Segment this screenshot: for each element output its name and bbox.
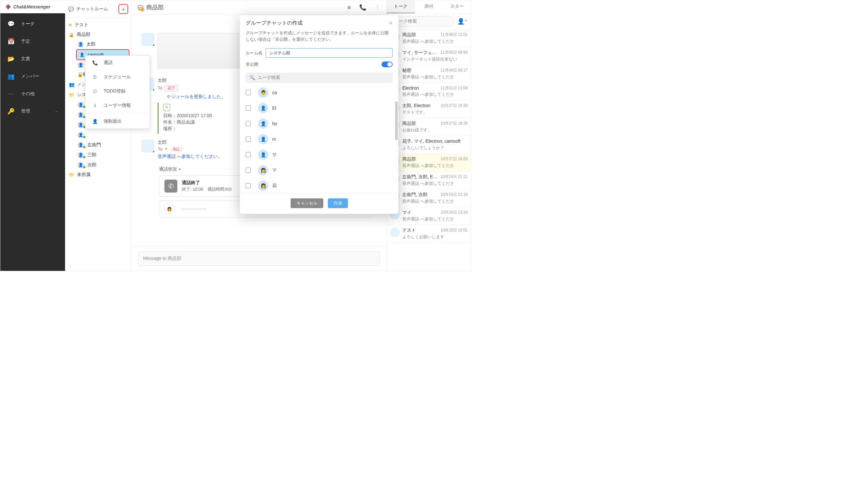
nav-item[interactable]: 👥メンバー	[0, 68, 65, 85]
talk-list-item[interactable]: Electron11月01日 11:08音声通話 へ参加してくださ	[387, 83, 471, 100]
talk-list-item[interactable]: 左衛門, 次郎10月24日 21:19音声通話 へ参加してくださ	[387, 189, 471, 207]
modal-user-list: 👨ca👤El👤ho👤m👤サ👩マ👩花👤左	[240, 85, 398, 192]
avatar: 👤	[258, 134, 268, 144]
create-group-modal: グループチャットの作成 × グループチャットを作成しメッセージを送信できます。ル…	[240, 15, 398, 214]
nav-icon: 📅	[7, 38, 15, 45]
nav-icon: 👥	[7, 73, 15, 80]
talk-list-item[interactable]: テスト10月23日 12:01よろしくお願いします	[387, 225, 471, 243]
user-checkbox[interactable]	[245, 121, 251, 126]
talk-search-row: トーク検索 👤⁺	[387, 14, 471, 30]
modal-user-row[interactable]: 👩マ	[245, 162, 397, 178]
private-toggle[interactable]	[381, 61, 392, 67]
context-menu-item[interactable]: 👤強制退出	[85, 114, 149, 128]
chat-room-title: 商品部	[146, 3, 339, 11]
avatar: 👤	[77, 41, 84, 48]
folder-icon: 📁	[69, 92, 75, 98]
logo-icon	[5, 3, 11, 10]
modal-user-row[interactable]: 👤ho	[245, 116, 397, 132]
member-item[interactable]: 👤	[76, 130, 132, 140]
add-user-icon[interactable]: 👤⁺	[457, 18, 468, 25]
create-button[interactable]: 作成	[328, 198, 348, 208]
user-checkbox[interactable]	[245, 168, 251, 173]
avatar: 👩	[258, 165, 268, 175]
right-tab[interactable]: 添付	[415, 0, 443, 13]
avatar: 👤	[258, 103, 268, 113]
chevron-down-icon: ▾	[179, 167, 181, 171]
context-menu-item[interactable]: 📞通話	[85, 56, 149, 70]
right-tab[interactable]: トーク	[387, 0, 415, 13]
status-dot	[69, 24, 71, 26]
user-checkbox[interactable]	[245, 105, 251, 111]
mention-all: ALL	[171, 147, 183, 152]
folder-item[interactable]: 📁未所属	[65, 170, 132, 180]
avatar: 👩	[258, 181, 268, 191]
avatar: 👩	[164, 204, 175, 215]
nav-item[interactable]: ⋯その他	[0, 85, 65, 103]
talk-list-item[interactable]: 左衛門, 次郎, Electron10月24日 21:21音声通話 へ参加してく…	[387, 171, 471, 189]
more-icon[interactable]: ⋮	[375, 4, 380, 11]
menu-item-icon: 🗓	[91, 75, 99, 80]
avatar: 👤	[77, 132, 84, 138]
context-menu-item[interactable]: ℹユーザー情報	[85, 98, 149, 113]
avatar: 👤	[77, 112, 84, 118]
room-list-header: 💬 チャットルーム ＋	[65, 0, 132, 18]
nav-item[interactable]: 🔑管理→	[0, 103, 65, 120]
user-checkbox[interactable]	[245, 137, 251, 142]
cancel-button[interactable]: キャンセル	[290, 198, 323, 208]
message-composer: Message to 商品部	[132, 246, 386, 271]
talk-list-item[interactable]: 秘密11月04日 00:17音声通話 へ参加してくださ	[387, 65, 471, 83]
room-member-item[interactable]: 👤太郎	[76, 39, 132, 49]
member-item[interactable]: 👤三郎	[76, 150, 132, 160]
avatar	[390, 228, 400, 237]
modal-user-row[interactable]: 👤サ	[245, 147, 397, 162]
room-name-input[interactable]	[266, 48, 392, 58]
edit-icon[interactable]: ✎	[163, 104, 170, 111]
chat-header: 💬 商品部 ■ 📞 ⋮	[132, 0, 386, 15]
scrollbar-thumb[interactable]	[395, 101, 398, 140]
member-item[interactable]: 👤次郎	[76, 160, 132, 170]
talk-list-item[interactable]: 商品部10月27日 16:35お疲れ様です。	[387, 118, 471, 136]
avatar: 👤	[77, 162, 84, 168]
user-checkbox[interactable]	[245, 183, 251, 188]
menu-item-icon: ℹ	[91, 103, 99, 108]
context-menu-item[interactable]: ☑TODO登録	[85, 84, 149, 98]
talk-list-item[interactable]: 商品部10月27日 16:29音声通話 へ参加してくださ	[387, 154, 471, 171]
right-tab[interactable]: スター	[443, 0, 471, 13]
folder-icon: 📁	[69, 172, 75, 177]
chat-bubble-icon: 💬	[68, 7, 74, 12]
nav-item[interactable]: 📂文書	[0, 50, 65, 68]
modal-user-row[interactable]: 👩花	[245, 178, 397, 192]
message-input[interactable]: Message to 商品部	[138, 251, 380, 266]
chat-bubble-icon: 💬	[138, 5, 143, 10]
room-item[interactable]: テスト	[65, 20, 132, 30]
talk-list-item[interactable]: 花子, マイ, Electron, camsoftよろしいでしょうか？	[387, 136, 471, 154]
modal-user-row[interactable]: 👨ca	[245, 85, 397, 100]
mention-chip[interactable]: 花子	[164, 85, 178, 92]
close-icon[interactable]: ×	[389, 20, 392, 26]
voice-call-icon[interactable]: 📞	[359, 4, 366, 11]
avatar: 👨	[258, 87, 268, 98]
context-menu-item[interactable]: 🗓スケジュール	[85, 70, 149, 84]
modal-title: グループチャットの作成	[245, 20, 389, 26]
video-call-icon[interactable]: ■	[347, 4, 351, 11]
user-search-input[interactable]: 🔍 ユーザ検索	[245, 72, 392, 83]
user-checkbox[interactable]	[245, 90, 251, 95]
nav-item[interactable]: 💬トーク	[0, 15, 65, 33]
talk-list-item[interactable]: マイ, サーフェイス11月05日 09:58インターネット接続出来ない	[387, 47, 471, 65]
room-item[interactable]: 🔒商品部	[65, 30, 132, 39]
left-sidebar: Chat&Messenger 💬トーク📅予定📂文書👥メンバー⋯その他🔑管理→	[0, 0, 65, 271]
avatar: 👤	[77, 152, 84, 158]
avatar: 👤	[77, 122, 84, 128]
nav-item[interactable]: 📅予定	[0, 33, 65, 50]
talk-list-item[interactable]: マイ10月24日 13:33音声通話 へ参加してくださ	[387, 207, 471, 225]
user-checkbox[interactable]	[245, 152, 251, 157]
talk-search-input[interactable]: トーク検索	[390, 16, 454, 26]
avatar: 👤	[77, 62, 84, 68]
modal-user-row[interactable]: 👤m	[245, 132, 397, 147]
presence-dot	[83, 156, 85, 158]
talk-list-item[interactable]: 太郎, Electron10月27日 16:36テストです。	[387, 100, 471, 118]
talk-list-item[interactable]: 商品部11月06日 11:01音声通話 へ参加してくださ	[387, 30, 471, 47]
modal-user-row[interactable]: 👤El	[245, 100, 397, 116]
create-room-button[interactable]: ＋	[118, 4, 128, 14]
member-item[interactable]: 👤左衛門	[76, 140, 132, 150]
